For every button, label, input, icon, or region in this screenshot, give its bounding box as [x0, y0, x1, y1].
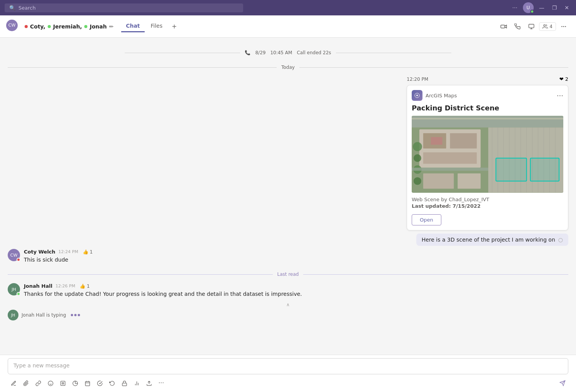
- svg-rect-9: [412, 116, 563, 128]
- svg-point-3: [561, 26, 563, 27]
- send-btn[interactable]: [557, 377, 568, 389]
- format-text-btn[interactable]: [8, 377, 19, 389]
- chat-area: 📞 8/29 10:45 AM Call ended 22s Today 12:…: [0, 38, 576, 392]
- svg-rect-26: [450, 133, 477, 148]
- jonah-avatar: JH: [8, 283, 20, 295]
- avatar-status-dot: [530, 10, 534, 13]
- jonah-message-group: JH Jonah Hall 12:26 PM 👍 1 Thanks fo: [0, 282, 576, 301]
- typing-avatar: JH: [8, 310, 18, 320]
- card-open-btn[interactable]: Open: [412, 214, 441, 225]
- coty-reaction-emoji: 👍: [83, 249, 88, 255]
- svg-rect-32: [496, 158, 527, 181]
- card-app-info: ArcGIS Maps: [412, 90, 457, 101]
- more-tools-btn[interactable]: ···: [155, 377, 167, 389]
- call-banner: 📞 8/29 10:45 AM Call ended 22s: [0, 45, 576, 60]
- schedule-btn[interactable]: [82, 377, 93, 389]
- right-message-text: Here is a 3D scene of the project I am w…: [422, 237, 555, 243]
- giphy-btn[interactable]: [57, 377, 68, 389]
- jonah-message-content: Jonah Hall 12:26 PM 👍 1 Thanks for the u…: [24, 283, 568, 298]
- more-options-header-btn[interactable]: [558, 20, 570, 33]
- coty-avatar: CW: [8, 249, 20, 261]
- chart-btn[interactable]: [131, 377, 142, 389]
- card-message-time: 12:20 PM: [407, 77, 428, 82]
- date-divider: Today: [0, 60, 576, 75]
- participants-count: 4: [549, 24, 553, 29]
- card-bubble: ArcGIS Maps ··· Packing District Scene: [407, 85, 568, 230]
- minimize-btn[interactable]: —: [537, 3, 547, 12]
- screen-share-btn[interactable]: [525, 20, 538, 33]
- message-status-icon: ○: [558, 237, 563, 243]
- jonah-reaction[interactable]: 👍 1: [80, 284, 90, 289]
- close-btn[interactable]: ✕: [562, 3, 571, 12]
- web-scene-label: Web Scene by Chad_Lopez_IVT: [412, 197, 489, 202]
- compose-area: Type a new message: [0, 355, 576, 392]
- tab-chat[interactable]: Chat: [121, 20, 144, 32]
- card-reaction[interactable]: ❤️ 2: [559, 76, 568, 82]
- text-bubble-right: Here is a 3D scene of the project I am w…: [416, 234, 568, 246]
- collapse-arrow[interactable]: ∧: [0, 301, 576, 308]
- svg-rect-37: [431, 137, 442, 145]
- svg-rect-0: [501, 25, 505, 28]
- title-bar: 🔍 Search ··· U — ❐ ✕: [0, 0, 576, 15]
- svg-rect-1: [529, 24, 534, 28]
- emoji-btn[interactable]: [45, 377, 56, 389]
- link-btn[interactable]: [32, 377, 44, 389]
- typing-dot-3: [78, 314, 80, 316]
- header-participants: Coty, Jeremiah, Jonah ✏: [25, 23, 114, 30]
- typing-dot-2: [74, 314, 77, 316]
- main-content: 📞 8/29 10:45 AM Call ended 22s Today 12:…: [0, 38, 576, 392]
- typing-dots: [71, 314, 80, 316]
- attach-btn[interactable]: [20, 377, 32, 389]
- loop-btn[interactable]: [106, 377, 118, 389]
- lock-btn[interactable]: [119, 377, 130, 389]
- svg-point-4: [563, 26, 564, 27]
- compose-input[interactable]: Type a new message: [8, 358, 568, 374]
- search-placeholder: Search: [18, 5, 36, 11]
- typing-dot-1: [71, 314, 73, 316]
- chat-messages[interactable]: 📞 8/29 10:45 AM Call ended 22s Today 12:…: [0, 38, 576, 355]
- search-bar[interactable]: 🔍 Search: [5, 3, 243, 12]
- header-avatar-main: CW: [6, 20, 18, 31]
- more-options-btn[interactable]: ···: [510, 3, 519, 12]
- card-map-image: [412, 116, 563, 193]
- sticker-btn[interactable]: [69, 377, 81, 389]
- vote-btn[interactable]: [94, 377, 105, 389]
- last-updated-label: Last updated: 7/15/2022: [412, 203, 481, 209]
- coty-message-meta: Coty Welch 12:24 PM 👍 1: [24, 249, 568, 255]
- add-tab-btn[interactable]: +: [169, 20, 180, 32]
- jonah-message-row: JH Jonah Hall 12:26 PM 👍 1 Thanks fo: [8, 283, 568, 298]
- text-message-right-wrapper: Here is a 3D scene of the project I am w…: [0, 232, 576, 247]
- card-reaction-count: 2: [565, 76, 568, 82]
- coty-status-dot: [25, 25, 28, 28]
- svg-rect-35: [423, 173, 454, 189]
- card-title: Packing District Scene: [412, 104, 563, 112]
- date-label: Today: [281, 65, 295, 70]
- upload-btn[interactable]: [143, 377, 155, 389]
- coty-message-text: This is sick dude: [24, 256, 568, 264]
- coty-reaction[interactable]: 👍 1: [83, 249, 93, 255]
- last-read-label: Last read: [277, 272, 299, 277]
- audio-call-btn[interactable]: [511, 20, 524, 33]
- tab-files[interactable]: Files: [146, 20, 167, 32]
- typing-indicator-row: JH Jonah Hall is typing: [0, 308, 576, 324]
- coty-reaction-count: 1: [90, 249, 93, 255]
- card-more-btn[interactable]: ···: [557, 92, 563, 100]
- jonah-message-time: 12:26 PM: [55, 284, 75, 289]
- jonah-message-meta: Jonah Hall 12:26 PM 👍 1: [24, 283, 568, 289]
- video-call-btn[interactable]: [498, 20, 510, 33]
- jonah-reaction-emoji: 👍: [80, 284, 85, 289]
- svg-point-2: [544, 24, 546, 26]
- edit-chat-icon[interactable]: ✏: [109, 23, 114, 30]
- coty-message-group: CW Coty Welch 12:24 PM 👍 1 This is s: [0, 247, 576, 267]
- card-reaction-emoji: ❤️: [559, 76, 564, 82]
- card-time-row: 12:20 PM ❤️ 2: [407, 76, 568, 82]
- maximize-btn[interactable]: ❐: [550, 3, 559, 12]
- title-bar-controls: ··· U — ❐ ✕: [510, 2, 571, 13]
- call-time: 10:45 AM: [270, 50, 292, 55]
- coty-name: Coty,: [30, 23, 45, 30]
- svg-rect-34: [412, 168, 488, 171]
- svg-point-31: [414, 177, 421, 185]
- header-actions: 4: [498, 20, 570, 33]
- svg-point-29: [414, 154, 421, 162]
- participants-badge[interactable]: 4: [539, 22, 556, 31]
